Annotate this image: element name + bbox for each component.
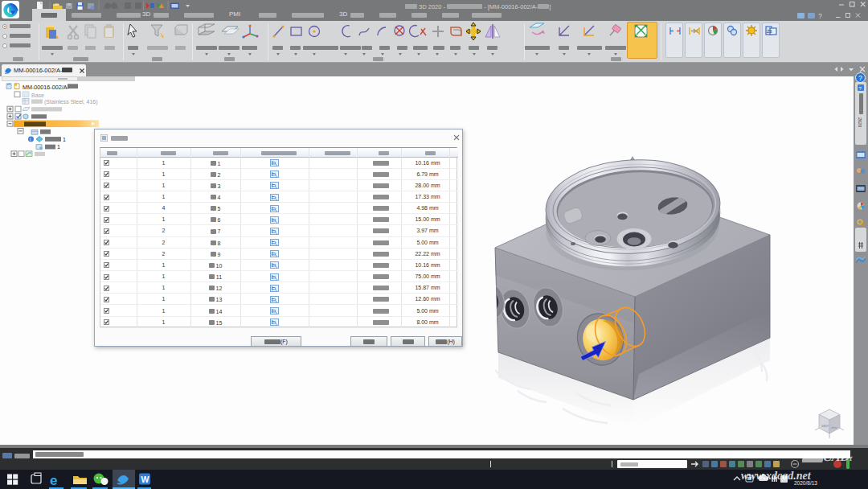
svg-text:zhm: zhm — [831, 425, 837, 429]
svg-text:1807: 1807 — [821, 424, 829, 428]
svg-text:?: ? — [818, 12, 822, 20]
svg-text:1: 1 — [57, 145, 60, 150]
svg-text:W: W — [141, 475, 149, 484]
svg-text:i: i — [30, 137, 31, 142]
svg-text:Base: Base — [31, 92, 44, 98]
svg-text:(Stainless Steel, 416): (Stainless Steel, 416) — [44, 99, 98, 105]
svg-text:MM-00016-002/A-: MM-00016-002/A- — [23, 84, 70, 90]
svg-text:23: 23 — [767, 29, 772, 34]
svg-text:1: 1 — [63, 137, 66, 142]
svg-text:e: e — [50, 473, 57, 488]
